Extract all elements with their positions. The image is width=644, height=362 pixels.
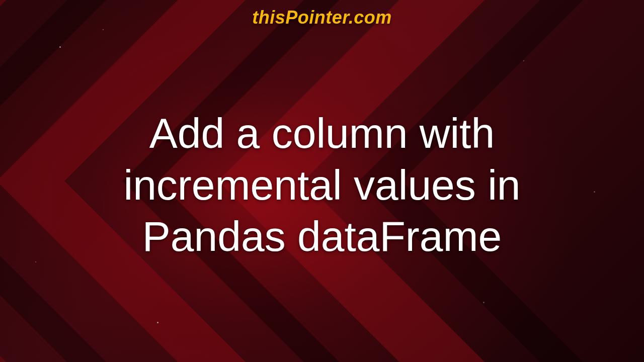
title-container: Add a column with incremental values in … xyxy=(0,28,644,362)
content-layer: thisPointer.com Add a column with increm… xyxy=(0,0,644,362)
page-title: Add a column with incremental values in … xyxy=(123,108,520,262)
site-logo-text: thisPointer.com xyxy=(252,7,392,28)
